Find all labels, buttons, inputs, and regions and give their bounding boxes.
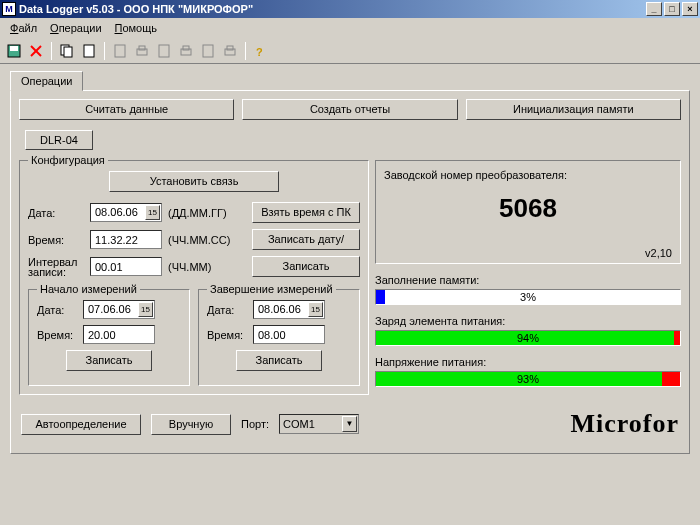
battery-text: 94% [376, 331, 680, 345]
brand-logo: Microfor [570, 409, 679, 439]
write-datetime-button[interactable]: Записать дату/время [252, 229, 360, 250]
svg-rect-1 [10, 46, 18, 51]
date-picker-icon[interactable]: 15 [138, 302, 153, 317]
start-date-input[interactable]: 07.06.0615 [83, 300, 155, 319]
interval-label: Интервалзаписи: [28, 257, 84, 277]
menu-file[interactable]: Файл [4, 20, 43, 36]
doc2-icon [154, 41, 174, 61]
connect-button[interactable]: Установить связь [109, 171, 279, 192]
memory-bar: 3% [375, 289, 681, 305]
end-time-input[interactable] [253, 325, 325, 344]
help-icon[interactable]: ? [251, 41, 271, 61]
date-picker-icon[interactable]: 15 [145, 205, 160, 220]
end-legend: Завершение измерений [207, 283, 336, 295]
interval-input[interactable] [90, 257, 162, 276]
device-label: DLR-04 [25, 130, 93, 150]
menu-help[interactable]: Помощь [109, 20, 164, 36]
menu-operations[interactable]: Операции [44, 20, 107, 36]
window-title: Data Logger v5.03 - ООО НПК "МИКРОФОР" [19, 3, 253, 15]
start-date-label: Дата: [37, 304, 77, 316]
chevron-down-icon[interactable]: ▼ [342, 416, 357, 432]
date-picker-icon[interactable]: 15 [308, 302, 323, 317]
serial-number: 5068 [384, 193, 672, 224]
serial-group: Заводской номер преобразователя: 5068 v2… [375, 160, 681, 264]
title-bar: M Data Logger v5.03 - ООО НПК "МИКРОФОР"… [0, 0, 700, 18]
svg-rect-10 [159, 45, 169, 57]
svg-text:?: ? [256, 46, 263, 58]
firmware-version: v2,10 [645, 247, 672, 259]
menu-bar: Файл Операции Помощь [0, 18, 700, 38]
end-date-label: Дата: [207, 304, 247, 316]
read-data-button[interactable]: Считать данные [19, 99, 234, 120]
manual-button[interactable]: Вручную [151, 414, 231, 435]
init-memory-button[interactable]: Инициализация памяти [466, 99, 681, 120]
config-legend: Конфигурация [28, 154, 108, 166]
date-input[interactable]: 08.06.0615 [90, 203, 162, 222]
end-write-button[interactable]: Записать [236, 350, 321, 371]
memory-text: 3% [376, 290, 680, 304]
svg-rect-13 [203, 45, 213, 57]
print1-icon [132, 41, 152, 61]
time-input[interactable] [90, 230, 162, 249]
toolbar: ? [0, 38, 700, 64]
battery-bar: 94% [375, 330, 681, 346]
take-pc-time-button[interactable]: Взять время с ПК [252, 202, 360, 223]
port-combo[interactable]: COM1▼ [279, 414, 359, 434]
minimize-button[interactable]: _ [646, 2, 662, 16]
config-group: Конфигурация Установить связь Дата: 08.0… [19, 160, 369, 395]
end-date-input[interactable]: 08.06.0615 [253, 300, 325, 319]
memory-label: Заполнение памяти: [375, 274, 681, 286]
port-label: Порт: [241, 418, 269, 430]
interval-hint: (ЧЧ.ММ) [168, 261, 211, 273]
app-icon: M [2, 2, 16, 16]
time-label: Время: [28, 234, 84, 246]
save-icon[interactable] [4, 41, 24, 61]
copy-icon[interactable] [57, 41, 77, 61]
autodetect-button[interactable]: Автоопределение [21, 414, 141, 435]
start-time-input[interactable] [83, 325, 155, 344]
battery-label: Заряд элемента питания: [375, 315, 681, 327]
write-interval-button[interactable]: Записать интервал [252, 256, 360, 277]
new-icon[interactable] [79, 41, 99, 61]
date-hint: (ДД.ММ.ГГ) [168, 207, 227, 219]
maximize-button[interactable]: □ [664, 2, 680, 16]
bottom-bar: Автоопределение Вручную Порт: COM1▼ Micr… [19, 403, 681, 445]
create-reports-button[interactable]: Создать отчеты [242, 99, 457, 120]
start-time-label: Время: [37, 329, 77, 341]
voltage-bar: 93% [375, 371, 681, 387]
voltage-text: 93% [376, 372, 680, 386]
main-panel: Считать данные Создать отчеты Инициализа… [10, 90, 690, 454]
svg-rect-5 [64, 47, 72, 57]
svg-rect-7 [115, 45, 125, 57]
end-measure-group: Завершение измерений Дата: 08.06.0615 Вр… [198, 289, 360, 386]
print2-icon [176, 41, 196, 61]
svg-rect-6 [84, 45, 94, 57]
delete-icon[interactable] [26, 41, 46, 61]
start-write-button[interactable]: Записать [66, 350, 151, 371]
time-hint: (ЧЧ.ММ.СС) [168, 234, 230, 246]
date-label: Дата: [28, 207, 84, 219]
close-button[interactable]: × [682, 2, 698, 16]
start-measure-group: Начало измерений Дата: 07.06.0615 Время:… [28, 289, 190, 386]
end-time-label: Время: [207, 329, 247, 341]
print3-icon [220, 41, 240, 61]
voltage-label: Напряжение питания: [375, 356, 681, 368]
doc1-icon [110, 41, 130, 61]
doc3-icon [198, 41, 218, 61]
tab-operations[interactable]: Операции [10, 71, 83, 91]
start-legend: Начало измерений [37, 283, 140, 295]
serial-legend: Заводской номер преобразователя: [384, 169, 672, 181]
